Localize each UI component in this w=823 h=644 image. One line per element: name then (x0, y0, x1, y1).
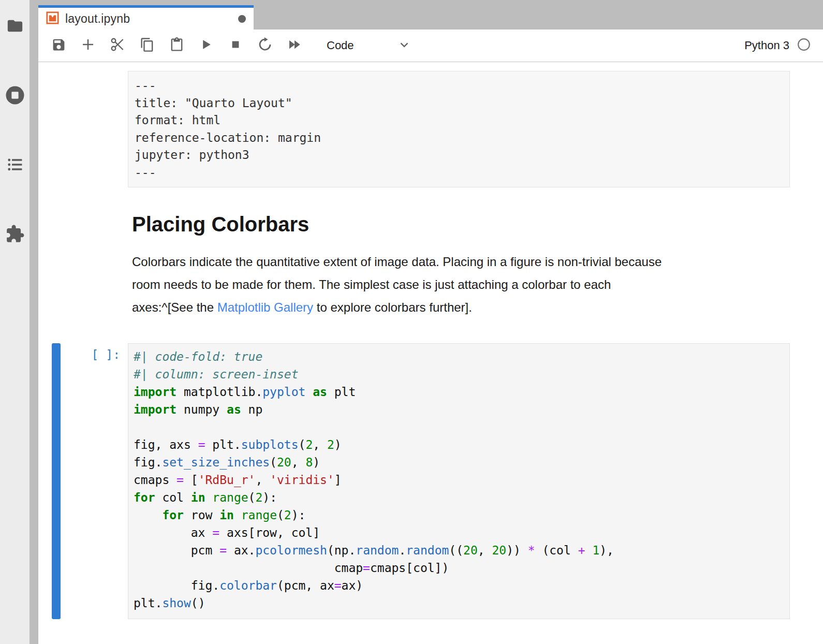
sidebar-item-extensions[interactable] (4, 223, 26, 245)
scissors-icon (110, 37, 125, 54)
stop-icon (228, 37, 243, 54)
tab-dirty-indicator[interactable] (238, 15, 246, 23)
interrupt-kernel-button[interactable] (226, 36, 245, 55)
markdown-paragraph: Colorbars indicate the quantitative exte… (132, 251, 790, 319)
cell-type-value: Code (327, 39, 354, 52)
notebook-toolbar: Code Python 3 (38, 30, 823, 62)
active-cell-collapser[interactable] (52, 343, 61, 619)
list-icon (6, 155, 24, 174)
tab-bar: layout.ipynb (38, 0, 823, 30)
code-editor[interactable]: #| code-fold: true #| column: screen-ins… (128, 343, 790, 619)
folder-icon (6, 17, 24, 35)
notebook-panel: --- title: "Quarto Layout" format: html … (38, 62, 823, 644)
plus-icon (80, 37, 96, 54)
page-title: Placing Colorbars (132, 213, 790, 236)
kernel-name[interactable]: Python 3 (744, 39, 789, 52)
notebook-file-icon (46, 11, 60, 27)
restart-kernel-button[interactable] (256, 36, 274, 55)
restart-run-all-button[interactable] (285, 36, 304, 55)
paste-cells-button[interactable] (167, 36, 186, 55)
copy-cells-button[interactable] (138, 36, 156, 55)
save-button[interactable] (49, 36, 68, 55)
main-area: layout.ipynb (38, 0, 823, 644)
code-editor-pre: #| code-fold: true #| column: screen-ins… (134, 348, 784, 612)
cell-type-dropdown[interactable]: Code (327, 38, 411, 53)
paragraph-line-3-before: axes:^[See the (132, 300, 217, 314)
dock-panel-gap (30, 0, 38, 644)
puzzle-icon (5, 224, 25, 244)
paragraph-line-3: axes:^[See the Matplotlib Gallery to exp… (132, 296, 790, 319)
activity-bar (0, 0, 30, 644)
running-sessions-icon (4, 84, 26, 106)
code-cell: [ ]: #| code-fold: true #| column: scree… (128, 343, 790, 619)
matplotlib-gallery-link[interactable]: Matplotlib Gallery (217, 300, 313, 314)
sidebar-item-file-browser[interactable] (4, 14, 26, 37)
kernel-status-icon[interactable] (797, 38, 811, 53)
cell-input-prompt: [ ]: (60, 348, 120, 361)
sidebar-item-running-sessions[interactable] (4, 84, 26, 107)
save-icon (51, 37, 66, 54)
jupyterlab-window: layout.ipynb (0, 0, 823, 644)
run-cell-button[interactable] (197, 36, 215, 55)
run-icon (199, 37, 213, 54)
clipboard-icon (169, 37, 184, 54)
cut-cells-button[interactable] (108, 36, 127, 55)
raw-cell-yaml-frontmatter[interactable]: --- title: "Quarto Layout" format: html … (128, 71, 790, 187)
paragraph-line-2: room needs to be made for them. The simp… (132, 273, 790, 296)
paragraph-line-1: Colorbars indicate the quantitative exte… (132, 251, 790, 273)
sidebar-item-table-of-contents[interactable] (4, 153, 26, 176)
raw-cell-pre: --- title: "Quarto Layout" format: html … (135, 77, 783, 181)
copy-icon (140, 37, 155, 54)
fast-forward-icon (287, 37, 302, 54)
insert-cell-button[interactable] (79, 36, 97, 55)
markdown-cell: Placing Colorbars Colorbars indicate the… (128, 213, 790, 319)
paragraph-line-3-after: to explore colorbars further]. (313, 300, 472, 314)
restart-icon (257, 37, 273, 54)
tab-layout-ipynb[interactable]: layout.ipynb (38, 5, 254, 30)
tab-title: layout.ipynb (65, 12, 232, 26)
chevron-down-icon (398, 38, 411, 53)
